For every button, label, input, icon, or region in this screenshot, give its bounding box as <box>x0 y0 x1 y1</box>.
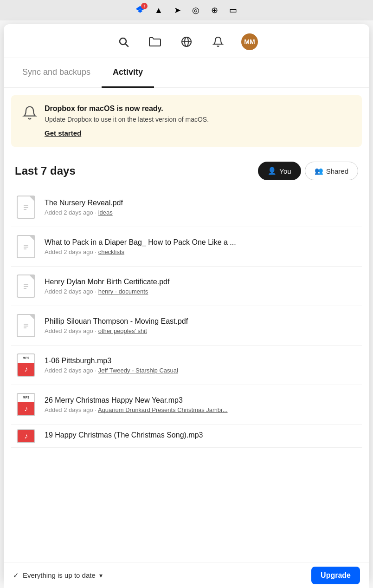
file-name: 19 Happy Christmas (The Christmas Song).… <box>45 431 358 439</box>
list-item[interactable]: ♪ 19 Happy Christmas (The Christmas Song… <box>11 425 362 448</box>
creative-cloud-icon[interactable]: ◎ <box>190 5 201 16</box>
file-mp3-icon: ♪ <box>15 425 37 448</box>
bottom-bar: ✓ Everything is up to date ▾ Upgrade <box>4 562 369 588</box>
list-item[interactable]: The Nursery Reveal.pdf Added 2 days ago … <box>11 188 362 227</box>
file-mp3-icon: MP3 ♪ <box>15 352 37 378</box>
checkmark-icon: ✓ <box>13 571 19 580</box>
search-icon[interactable] <box>115 33 132 50</box>
file-name: 26 Merry Christmas Happy New Year.mp3 <box>45 396 358 405</box>
folder-link[interactable]: Jeff Tweedy - Starship Casual <box>98 367 178 374</box>
dropbox-icon[interactable]: ! <box>135 5 146 16</box>
get-started-link[interactable]: Get started <box>45 129 81 137</box>
filter-you-button[interactable]: 👤 You <box>258 162 301 180</box>
person-icon: 👤 <box>268 167 277 175</box>
file-name: Phillip Silouan Thompson - Moving East.p… <box>45 317 358 326</box>
file-mp3-icon: MP3 ♪ <box>15 392 37 418</box>
list-item[interactable]: Henry Dylan Mohr Birth Certificate.pdf A… <box>11 267 362 306</box>
folder-link[interactable]: henry - documents <box>98 288 148 295</box>
bell-icon[interactable] <box>210 33 226 50</box>
notification-title: Dropbox for macOS is now ready. <box>45 105 209 113</box>
notification-body: Update Dropbox to use it on the latest v… <box>45 115 209 124</box>
activity-header: Last 7 days 👤 You 👥 Shared <box>4 154 369 188</box>
status-text: Everything is up to date <box>23 571 96 579</box>
file-meta: Added 2 days ago · checklists <box>45 248 358 255</box>
status-left[interactable]: ✓ Everything is up to date ▾ <box>13 571 103 580</box>
file-info: 26 Merry Christmas Happy New Year.mp3 Ad… <box>45 396 358 413</box>
file-info: Phillip Silouan Thompson - Moving East.p… <box>45 317 358 334</box>
file-meta: Added 2 days ago · henry - documents <box>45 288 358 295</box>
file-info: What to Pack in a Diaper Bag_ How to Pac… <box>45 238 358 255</box>
folder-link[interactable]: ideas <box>98 209 113 216</box>
display-icon[interactable]: ▭ <box>227 5 238 16</box>
vpn-icon[interactable]: ⊕ <box>209 5 220 16</box>
file-meta: Added 2 days ago · Aquarium Drunkard Pre… <box>45 406 358 413</box>
chevron-down-icon: ▾ <box>99 572 103 579</box>
file-doc-icon <box>15 234 37 260</box>
file-doc-icon <box>15 273 37 299</box>
file-meta: Added 2 days ago · ideas <box>45 209 358 216</box>
notification-content: Dropbox for macOS is now ready. Update D… <box>45 105 209 137</box>
list-item[interactable]: MP3 ♪ 1-06 Pittsburgh.mp3 Added 2 days a… <box>11 346 362 385</box>
notification-banner: Dropbox for macOS is now ready. Update D… <box>11 95 362 147</box>
header-icons: MM <box>4 24 369 58</box>
list-item[interactable]: Phillip Silouan Thompson - Moving East.p… <box>11 306 362 346</box>
activity-section-title: Last 7 days <box>15 164 76 177</box>
folder-link[interactable]: checklists <box>98 248 124 255</box>
file-info: 19 Happy Christmas (The Christmas Song).… <box>45 431 358 441</box>
file-doc-icon <box>15 194 37 220</box>
upgrade-button[interactable]: Upgrade <box>311 567 360 584</box>
file-doc-icon <box>15 313 37 339</box>
tab-bar: Sync and backups Activity <box>4 58 369 88</box>
file-meta: Added 2 days ago · other peoples' shit <box>45 327 358 334</box>
file-info: The Nursery Reveal.pdf Added 2 days ago … <box>45 199 358 216</box>
filter-shared-button[interactable]: 👥 Shared <box>305 162 358 180</box>
file-list: The Nursery Reveal.pdf Added 2 days ago … <box>4 188 369 448</box>
autoupdate-icon[interactable]: ▲ <box>153 5 164 16</box>
file-info: Henry Dylan Mohr Birth Certificate.pdf A… <box>45 278 358 295</box>
tab-activity[interactable]: Activity <box>102 58 154 88</box>
people-icon: 👥 <box>315 167 323 175</box>
file-name: 1-06 Pittsburgh.mp3 <box>45 357 358 365</box>
folder-link[interactable]: Aquarium Drunkard Presents Christmas Jam… <box>98 406 228 413</box>
folder-link[interactable]: other peoples' shit <box>98 327 147 334</box>
file-name: The Nursery Reveal.pdf <box>45 199 358 207</box>
file-name: What to Pack in a Diaper Bag_ How to Pac… <box>45 238 358 247</box>
file-info: 1-06 Pittsburgh.mp3 Added 2 days ago · J… <box>45 357 358 374</box>
file-name: Henry Dylan Mohr Birth Certificate.pdf <box>45 278 358 286</box>
maps-icon[interactable]: ➤ <box>172 5 183 16</box>
list-item[interactable]: MP3 ♪ 26 Merry Christmas Happy New Year.… <box>11 385 362 425</box>
bell-notification-icon <box>22 105 37 124</box>
filter-buttons: 👤 You 👥 Shared <box>258 162 358 180</box>
avatar[interactable]: MM <box>241 33 258 50</box>
tab-sync-backups[interactable]: Sync and backups <box>11 58 102 88</box>
svg-line-1 <box>126 44 129 47</box>
system-bar: ! ▲ ➤ ◎ ⊕ ▭ <box>0 0 373 20</box>
file-meta: Added 2 days ago · Jeff Tweedy - Starshi… <box>45 367 358 374</box>
globe-icon[interactable] <box>178 33 195 50</box>
list-item[interactable]: What to Pack in a Diaper Bag_ How to Pac… <box>11 227 362 267</box>
main-panel: MM Sync and backups Activity Dropbox for… <box>4 24 369 581</box>
folder-icon[interactable] <box>147 33 163 50</box>
